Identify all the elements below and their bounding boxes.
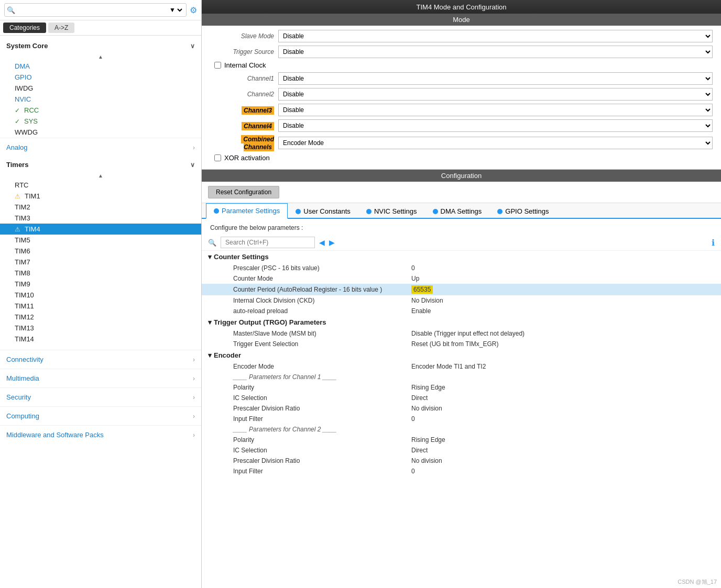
channel1-select[interactable]: Disable — [278, 72, 713, 85]
trigger-source-label: Trigger Source — [210, 48, 278, 56]
encoder-collapse-icon: ▾ — [208, 351, 212, 359]
internal-clock-checkbox[interactable] — [214, 62, 221, 69]
sidebar-item-tim12[interactable]: TIM12 — [0, 312, 201, 323]
group-encoder[interactable]: ▾ Encoder — [202, 349, 721, 361]
tab-nvic-settings[interactable]: NVIC Settings — [358, 203, 425, 219]
scroll-up-btn[interactable]: ▲ — [0, 53, 201, 61]
param-ch2-filter-value: 0 — [411, 468, 415, 475]
sidebar-item-nvic[interactable]: NVIC — [0, 94, 201, 105]
search-box[interactable]: 🔍 ▼ — [4, 3, 187, 17]
info-icon[interactable]: ℹ — [712, 238, 715, 248]
param-ch2-polarity-row: Polarity Rising Edge — [202, 435, 721, 445]
main-title: TIM4 Mode and Configuration — [417, 3, 507, 11]
sidebar-content: System Core ∨ ▲ DMA GPIO IWDG NVIC RCC S… — [0, 36, 201, 588]
user-const-tab-label: User Constants — [303, 207, 351, 215]
param-ch1-psc-name: Prescaler Division Ratio — [233, 405, 411, 412]
category-analog[interactable]: Analog › — [0, 138, 201, 157]
search-dropdown[interactable]: ▼ — [167, 6, 184, 14]
xor-checkbox[interactable] — [214, 154, 221, 161]
param-search-input[interactable] — [221, 237, 315, 248]
param-ckd-name: Internal Clock Division (CKD) — [233, 297, 411, 304]
channel3-label: Channel3 — [242, 106, 274, 115]
param-ch1-ic-name: IC Selection — [233, 394, 411, 402]
param-search-icon: 🔍 — [208, 239, 216, 247]
param-ckd-row: Internal Clock Division (CKD) No Divisio… — [202, 295, 721, 306]
timers-scroll-up[interactable]: ▲ — [0, 172, 201, 180]
sidebar-search-row: 🔍 ▼ ⚙ — [0, 0, 201, 20]
sidebar-item-iwdg[interactable]: IWDG — [0, 83, 201, 94]
param-tab-dot — [214, 208, 219, 214]
sidebar-item-tim13[interactable]: TIM13 — [0, 323, 201, 334]
group-trgo[interactable]: ▾ Trigger Output (TRGO) Parameters — [202, 316, 721, 328]
sidebar-item-tim14[interactable]: TIM14 — [0, 334, 201, 345]
param-trigger-event-row: Trigger Event Selection Reset (UG bit fr… — [202, 339, 721, 349]
sidebar-item-tim9[interactable]: TIM9 — [0, 279, 201, 290]
slave-mode-select[interactable]: Disable — [278, 30, 713, 42]
connectivity-arrow: › — [193, 356, 195, 363]
sidebar-item-tim11[interactable]: TIM11 — [0, 301, 201, 312]
param-counter-mode-row: Counter Mode Up — [202, 273, 721, 284]
category-middleware[interactable]: Middleware and Software Packs › — [0, 425, 201, 444]
param-ch2-filter-name: Input Filter — [233, 468, 411, 475]
combined-channels-select[interactable]: Encoder Mode — [278, 137, 713, 149]
param-ch1-polarity-value: Rising Edge — [411, 384, 445, 391]
sidebar-item-tim7[interactable]: TIM7 — [0, 257, 201, 268]
next-search-btn[interactable]: ▶ — [329, 238, 335, 247]
param-ch1-header-name: ____ Parameters for Channel 1 ____ — [233, 373, 411, 381]
category-multimedia[interactable]: Multimedia › — [0, 369, 201, 387]
timers-label: Timers — [6, 161, 28, 169]
param-ch2-header-name: ____ Parameters for Channel 2 ____ — [233, 426, 411, 433]
category-system-core[interactable]: System Core ∨ — [0, 38, 201, 53]
gear-icon[interactable]: ⚙ — [190, 5, 197, 15]
param-prescaler-name: Prescaler (PSC - 16 bits value) — [233, 264, 411, 272]
tab-categories[interactable]: Categories — [3, 23, 46, 33]
channel1-row: Channel1 Disable — [210, 72, 713, 85]
reset-configuration-button[interactable]: Reset Configuration — [208, 186, 279, 198]
tab-az[interactable]: A->Z — [48, 23, 74, 33]
tab-user-constants[interactable]: User Constants — [288, 203, 358, 219]
counter-settings-collapse-icon: ▾ — [208, 253, 212, 261]
middleware-label: Middleware and Software Packs — [6, 431, 104, 439]
category-timers[interactable]: Timers ∨ — [0, 157, 201, 172]
search-icon: 🔍 — [7, 6, 15, 14]
sidebar-item-tim2[interactable]: TIM2 — [0, 202, 201, 213]
param-ch1-polarity-name: Polarity — [233, 384, 411, 391]
sidebar-item-rcc[interactable]: RCC — [0, 105, 201, 116]
sidebar-item-tim8[interactable]: TIM8 — [0, 268, 201, 279]
param-counter-period-value[interactable]: 65535 — [411, 285, 433, 294]
search-input[interactable] — [17, 6, 167, 14]
param-ch1-filter-name: Input Filter — [233, 415, 411, 423]
security-label: Security — [6, 393, 31, 401]
param-prescaler-value: 0 — [411, 264, 415, 272]
connectivity-label: Connectivity — [6, 356, 43, 363]
sidebar-item-wwdg[interactable]: WWDG — [0, 127, 201, 138]
category-connectivity[interactable]: Connectivity › — [0, 350, 201, 369]
channel4-row: Channel4 Disable — [210, 119, 713, 132]
encoder-label: Encoder — [214, 351, 241, 359]
sidebar-item-rtc[interactable]: RTC — [0, 180, 201, 191]
tab-gpio-settings[interactable]: GPIO Settings — [489, 203, 556, 219]
sidebar-item-tim6[interactable]: TIM6 — [0, 246, 201, 257]
mode-header: Mode — [202, 14, 721, 26]
sidebar-item-tim1[interactable]: TIM1 — [0, 191, 201, 202]
tab-dma-settings[interactable]: DMA Settings — [425, 203, 490, 219]
channel2-select[interactable]: Disable — [278, 88, 713, 101]
sidebar-tabs: Categories A->Z — [0, 20, 201, 36]
category-computing[interactable]: Computing › — [0, 406, 201, 425]
category-security[interactable]: Security › — [0, 387, 201, 406]
sidebar-item-dma[interactable]: DMA — [0, 61, 201, 72]
sidebar-item-gpio[interactable]: GPIO — [0, 72, 201, 83]
sidebar-item-tim3[interactable]: TIM3 — [0, 213, 201, 224]
sidebar-item-sys[interactable]: SYS — [0, 116, 201, 127]
internal-clock-label: Internal Clock — [224, 61, 266, 69]
group-counter-settings[interactable]: ▾ Counter Settings — [202, 251, 721, 263]
trigger-source-select[interactable]: Disable — [278, 46, 713, 58]
prev-search-btn[interactable]: ◀ — [319, 238, 325, 247]
channel4-select[interactable]: Disable — [278, 119, 713, 132]
channel3-select[interactable]: Disable — [278, 104, 713, 116]
sidebar-item-tim10[interactable]: TIM10 — [0, 290, 201, 301]
sidebar-item-tim5[interactable]: TIM5 — [0, 235, 201, 246]
sidebar-item-tim4[interactable]: TIM4 — [0, 224, 201, 235]
internal-clock-row: Internal Clock — [210, 61, 713, 69]
tab-parameter-settings[interactable]: Parameter Settings — [206, 203, 288, 219]
